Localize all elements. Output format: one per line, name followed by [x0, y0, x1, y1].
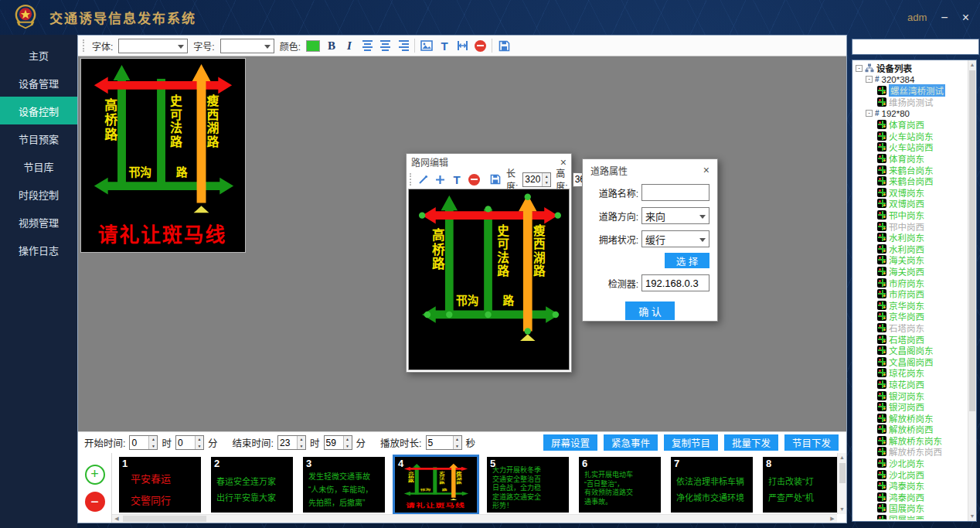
scroll-down-icon[interactable]: ▼: [968, 512, 976, 521]
tree-item-火车站岗东[interactable]: 火车站岗东: [854, 131, 967, 142]
tree-item-银河岗西[interactable]: 银河岗西: [854, 401, 967, 413]
start-minute-input[interactable]: [176, 436, 195, 449]
close-button[interactable]: ×: [962, 12, 969, 24]
duration-input[interactable]: [427, 436, 453, 449]
program-thumbnail-6[interactable]: 6扎实开展电动车“百日整治”，有效预防道路交通事故。: [579, 457, 661, 513]
sidebar-item-节目预案[interactable]: 节目预案: [0, 124, 77, 152]
tree-item-维扬岗测试[interactable]: 维扬岗测试: [854, 97, 967, 108]
scroll-up-icon[interactable]: ▲: [968, 60, 976, 70]
fit-width-icon[interactable]: [456, 39, 468, 53]
road-node-handle[interactable]: [485, 312, 491, 318]
tree-item-沙北岗东[interactable]: 沙北岗东: [854, 458, 967, 469]
collapse-icon[interactable]: -: [866, 76, 873, 83]
roadnet-dialog-titlebar[interactable]: 路网编辑 ×: [407, 154, 571, 170]
tree-item-邗中岗东[interactable]: 邗中岗东: [854, 209, 967, 221]
insert-image-icon[interactable]: [420, 39, 433, 53]
tree-item-石塔岗西[interactable]: 石塔岗西: [854, 333, 967, 345]
tree-item-来鹤台岗西[interactable]: 来鹤台岗西: [854, 175, 967, 187]
tree-item-文昌阁岗东[interactable]: 文昌阁岗东: [854, 345, 967, 356]
device-search-input[interactable]: [852, 39, 979, 55]
crossing-tool-icon[interactable]: [434, 172, 446, 186]
sidebar-item-视频管理[interactable]: 视频管理: [0, 208, 77, 236]
program-thumbnail-2[interactable]: 2春运安全连万家出行平安靠大家: [211, 457, 293, 513]
congestion-select[interactable]: 缓行: [641, 230, 709, 247]
action-button-批量下发[interactable]: 批量下发: [724, 434, 778, 451]
tree-item-螺丝湾桥测试[interactable]: 螺丝湾桥测试: [854, 85, 967, 97]
tree-item-双博岗东[interactable]: 双博岗东: [854, 187, 967, 199]
delete-element-icon[interactable]: [474, 39, 486, 53]
sidebar-item-节目库[interactable]: 节目库: [0, 152, 77, 180]
sidebar-item-操作日志[interactable]: 操作日志: [0, 236, 77, 264]
length-input[interactable]: [523, 173, 542, 186]
tree-item-海关岗西[interactable]: 海关岗西: [854, 266, 967, 278]
road-direction-select[interactable]: 来向: [641, 207, 709, 224]
tree-item-国展岗东[interactable]: 国展岗东: [854, 502, 967, 514]
tree-item-京华岗西[interactable]: 京华岗西: [854, 311, 967, 322]
save-icon[interactable]: [498, 39, 510, 53]
tree-item-市府岗西[interactable]: 市府岗西: [854, 288, 967, 300]
tree-item-体育岗东[interactable]: 体育岗东: [854, 153, 967, 165]
collapse-icon[interactable]: -: [866, 110, 873, 117]
spinner-arrows[interactable]: ▲▼: [453, 436, 461, 449]
tree-item-琼花岗西[interactable]: 琼花岗西: [854, 379, 967, 390]
thumbnail-vertical-scrollbar[interactable]: ▲ ▼: [837, 453, 846, 514]
tree-item-市府岗东[interactable]: 市府岗东: [854, 277, 967, 288]
tree-vertical-scrollbar[interactable]: ▲ ▼: [968, 60, 976, 521]
spinner-arrows[interactable]: ▲▼: [148, 436, 157, 449]
tree-item-鸿泰岗西[interactable]: 鸿泰岗西: [854, 492, 967, 503]
font-size-select[interactable]: [220, 39, 274, 53]
tree-item-海关岗东[interactable]: 海关岗东: [854, 254, 967, 266]
save-icon[interactable]: [489, 172, 502, 186]
delete-element-icon[interactable]: [468, 172, 480, 186]
tree-item-京华岗东[interactable]: 京华岗东: [854, 299, 967, 311]
program-thumbnail-8[interactable]: 8打击改装“灯严查严处“机: [763, 457, 837, 513]
add-program-button[interactable]: +: [85, 465, 105, 485]
duration-spinner[interactable]: ▲▼: [426, 435, 462, 450]
thumbnail-horizontal-scrollbar[interactable]: ◀ ▶: [112, 514, 837, 523]
scroll-up-icon[interactable]: ▲: [838, 453, 846, 462]
bold-button[interactable]: B: [325, 39, 338, 53]
tree-item-银河岗东[interactable]: 银河岗东: [854, 390, 967, 401]
road-node-handle[interactable]: [424, 312, 430, 318]
road-node-handle[interactable]: [419, 212, 425, 218]
tree-item-体育岗西[interactable]: 体育岗西: [854, 119, 967, 131]
end-hour-spinner[interactable]: ▲▼: [277, 435, 306, 450]
length-spinner[interactable]: ▲▼: [522, 172, 551, 187]
tree-item-国展岗西[interactable]: 国展岗西: [854, 514, 967, 519]
align-right-icon[interactable]: [396, 39, 409, 53]
start-hour-spinner[interactable]: ▲▼: [129, 435, 158, 450]
road-node-handle[interactable]: [446, 312, 452, 318]
align-left-icon[interactable]: [361, 39, 373, 53]
roadnet-edit-canvas[interactable]: 高桥路史可法路瘦西湖路邗沟路: [408, 189, 570, 370]
sidebar-item-时段控制[interactable]: 时段控制: [0, 180, 77, 208]
tree-item-文昌阁岗西[interactable]: 文昌阁岗西: [854, 356, 967, 367]
tree-item-双博岗西[interactable]: 双博岗西: [854, 198, 967, 209]
end-minute-input[interactable]: [325, 436, 343, 449]
close-icon[interactable]: ×: [703, 165, 709, 175]
road-name-input[interactable]: [641, 184, 709, 201]
program-thumbnail-5[interactable]: 5大力开展秋冬季交通安全整治百日会战，全力稳定道路交通安全形势！: [487, 457, 569, 513]
sidebar-item-主页[interactable]: 主页: [0, 41, 77, 69]
tree-item-来鹤台岗东[interactable]: 来鹤台岗东: [854, 164, 967, 175]
scrollbar-thumb[interactable]: [839, 463, 846, 483]
confirm-button[interactable]: 确 认: [625, 301, 675, 320]
start-minute-spinner[interactable]: ▲▼: [175, 435, 204, 450]
action-button-紧急事件[interactable]: 紧急事件: [604, 434, 658, 451]
scroll-right-icon[interactable]: ▶: [828, 515, 837, 523]
tree-item-石塔岗东[interactable]: 石塔岗东: [854, 322, 967, 334]
sidebar-item-设备管理[interactable]: 设备管理: [0, 69, 77, 97]
tree-item-解放桥岗西[interactable]: 解放桥岗西: [854, 424, 967, 435]
text-tool-icon[interactable]: T: [451, 172, 463, 186]
program-thumbnail-3[interactable]: 3发生轻微交通事故“人未伤，车能动，先拍照，后撤离”: [303, 457, 385, 513]
action-button-节目下发[interactable]: 节目下发: [784, 434, 839, 451]
road-node-handle[interactable]: [525, 328, 531, 334]
draw-line-icon[interactable]: [417, 172, 429, 186]
start-hour-input[interactable]: [130, 436, 148, 449]
scrollbar-thumb[interactable]: [123, 516, 206, 522]
road-node-handle[interactable]: [555, 212, 561, 218]
font-select[interactable]: [118, 39, 188, 53]
tree-item-琼花岗东[interactable]: 琼花岗东: [854, 367, 967, 379]
props-dialog-titlebar[interactable]: 道路属性 ×: [590, 162, 709, 178]
italic-button[interactable]: I: [343, 39, 356, 53]
tree-item-水利岗东[interactable]: 水利岗东: [854, 232, 967, 244]
